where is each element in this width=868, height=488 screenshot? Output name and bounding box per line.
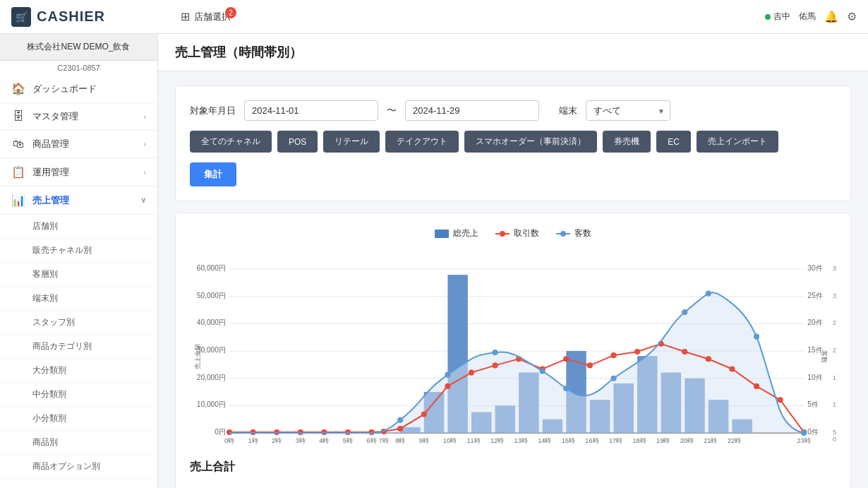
notification-button[interactable]: 🔔 [824, 10, 838, 23]
user-status-dot [765, 14, 771, 20]
chevron-right-icon: › [143, 140, 146, 148]
sidebar-item-label: 運用管理 [32, 166, 69, 179]
channel-vending-button[interactable]: 券売機 [603, 131, 651, 153]
svg-text:1時: 1時 [248, 437, 258, 444]
channel-all-button[interactable]: 全てのチャネル [190, 131, 272, 153]
svg-text:20件: 20件 [807, 319, 822, 326]
home-icon: 🏠 [11, 82, 25, 95]
legend-bar-label: 総売上 [453, 227, 478, 239]
svg-point-48 [274, 429, 279, 435]
channel-smartphone-button[interactable]: スマホオーダー（事前決済） [464, 131, 597, 153]
legend-line-blue-color [556, 233, 570, 234]
svg-text:35人: 35人 [833, 265, 836, 272]
page-header: 売上管理（時間帯別） [158, 34, 868, 71]
svg-text:12時: 12時 [490, 437, 504, 444]
svg-point-64 [634, 349, 640, 355]
channel-pos-button[interactable]: POS [277, 131, 318, 153]
sidebar-item-label: 売上管理 [32, 194, 69, 207]
sub-nav-option[interactable]: 商品オプション別 [0, 455, 157, 479]
settings-button[interactable]: ⚙ [847, 10, 857, 23]
main-content: 売上管理（時間帯別） 対象年月日 〜 端末 すべて POS EC [158, 34, 868, 488]
date-label: 対象年月日 [190, 105, 236, 117]
chevron-right-icon: › [143, 168, 146, 177]
svg-point-73 [445, 372, 450, 378]
svg-text:0件: 0件 [807, 428, 819, 436]
channel-takeout-button[interactable]: テイクアウト [385, 131, 459, 153]
store-select-button[interactable]: ⊞ 店舗選択 2 [181, 10, 231, 23]
svg-point-47 [250, 429, 255, 435]
svg-point-78 [682, 309, 687, 315]
chart-container: 60,000円 50,000円 40,000円 30,000円 20,000円 … [190, 251, 836, 448]
legend-red-line: 取引数 [495, 227, 539, 239]
svg-text:19時: 19時 [656, 437, 670, 444]
svg-point-81 [801, 430, 807, 436]
sub-nav-minor[interactable]: 小分類別 [0, 407, 157, 431]
company-id: C2301-0857 [0, 61, 157, 75]
sub-nav-store[interactable]: 店舗別 [0, 215, 157, 239]
svg-point-72 [397, 417, 403, 423]
company-select-button[interactable]: 株式会社NEW DEMO_飲食 [27, 41, 130, 53]
channel-retail-button[interactable]: リテール [323, 131, 380, 153]
svg-point-69 [754, 383, 759, 389]
svg-point-76 [563, 386, 569, 391]
svg-text:30人: 30人 [833, 292, 836, 299]
svg-text:40,000円: 40,000円 [197, 319, 226, 326]
legend-blue-label: 客数 [574, 227, 591, 239]
svg-point-61 [563, 356, 569, 362]
svg-point-58 [492, 362, 498, 368]
svg-text:23時: 23時 [797, 437, 811, 444]
svg-point-67 [706, 356, 711, 362]
terminal-select[interactable]: すべて POS EC [586, 100, 670, 121]
logo-area: 🛒 CASHIER [11, 7, 169, 27]
sub-nav-customer[interactable]: 客層別 [0, 263, 157, 287]
user-name: 吉中 佑馬 [773, 11, 816, 23]
svg-text:売上金額: 売上金額 [194, 344, 201, 369]
svg-point-80 [754, 334, 759, 340]
svg-text:5件: 5件 [807, 400, 819, 408]
sidebar-item-dashboard[interactable]: 🏠 ダッシュボード [0, 75, 157, 103]
sub-nav-category[interactable]: 商品カテゴリ別 [0, 335, 157, 359]
svg-point-70 [778, 397, 783, 403]
section-title: 売上合計 [190, 448, 836, 475]
channel-import-button[interactable]: 売上インポート [697, 131, 778, 153]
operation-icon: 📋 [11, 165, 25, 179]
logo-icon: 🛒 [11, 7, 31, 27]
chart-svg: 60,000円 50,000円 40,000円 30,000円 20,000円 … [190, 251, 836, 448]
sub-nav-staff[interactable]: スタッフ別 [0, 311, 157, 335]
user-info: 吉中 佑馬 [765, 11, 816, 23]
sidebar-item-product[interactable]: 🛍 商品管理 › [0, 131, 157, 158]
channel-ec-button[interactable]: EC [656, 131, 691, 153]
svg-point-57 [469, 369, 474, 375]
sidebar-item-operation[interactable]: 📋 運用管理 › [0, 158, 157, 186]
svg-text:0円: 0円 [215, 428, 226, 436]
svg-point-51 [345, 429, 351, 435]
header-center: ⊞ 店舗選択 2 [181, 10, 754, 23]
date-separator: 〜 [387, 105, 397, 117]
legend-dot-red [500, 231, 505, 237]
sub-nav-product[interactable]: 商品別 [0, 431, 157, 455]
svg-text:8時: 8時 [395, 437, 405, 444]
sidebar-item-master[interactable]: 🗄 マスタ管理 › [0, 103, 157, 131]
sub-nav-middle[interactable]: 中分類別 [0, 383, 157, 407]
date-filter-row: 対象年月日 〜 端末 すべて POS EC ▼ [190, 100, 836, 121]
sub-nav-major[interactable]: 大分類別 [0, 359, 157, 383]
svg-point-77 [610, 376, 616, 381]
sub-nav-channel[interactable]: 販売チャネル別 [0, 239, 157, 263]
svg-text:13時: 13時 [514, 437, 528, 444]
date-to-input[interactable] [405, 100, 539, 121]
product-icon: 🛍 [11, 138, 25, 150]
chart-section: 総売上 取引数 客数 [175, 213, 851, 488]
svg-text:10人: 10人 [833, 401, 836, 408]
svg-text:15人: 15人 [833, 374, 836, 381]
sidebar-item-sales[interactable]: 📊 売上管理 ∨ [0, 186, 157, 215]
svg-text:16時: 16時 [585, 437, 598, 444]
aggregate-button[interactable]: 集計 [190, 162, 236, 186]
date-from-input[interactable] [244, 100, 378, 121]
sub-nav-terminal[interactable]: 端末別 [0, 287, 157, 311]
terminal-label: 端末 [559, 105, 577, 117]
legend-dot-blue [560, 231, 566, 237]
header-right: 吉中 佑馬 🔔 ⚙ [765, 10, 857, 23]
channel-buttons: 全てのチャネル POS リテール テイクアウト スマホオーダー（事前決済） 券売… [190, 131, 836, 153]
filter-section: 対象年月日 〜 端末 すべて POS EC ▼ 全てのチ [175, 85, 851, 201]
svg-point-54 [397, 426, 403, 432]
